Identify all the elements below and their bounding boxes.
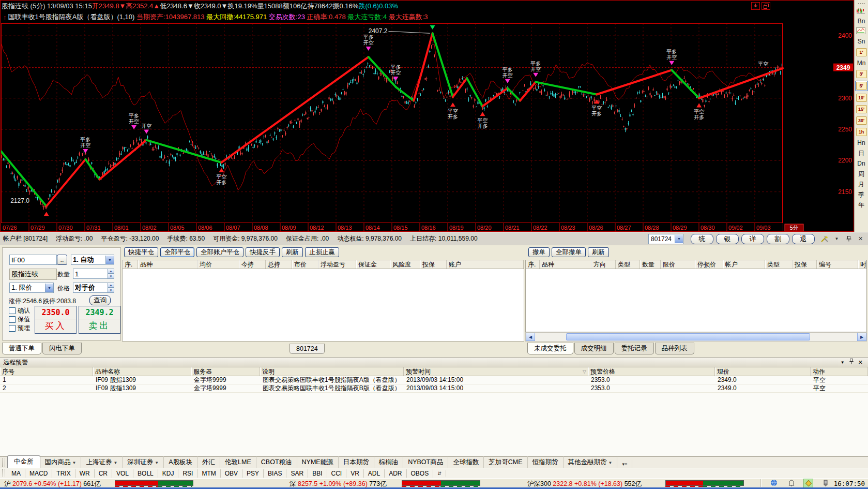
indicator-tab-SAR[interactable]: SAR [286,469,308,478]
indicator-tab-BBI[interactable]: BBI [308,469,327,478]
column-header[interactable]: 预警时间▽ [404,367,588,376]
strategy-running-icon[interactable] [803,479,813,488]
chevron-down-icon[interactable]: ▼ [832,235,841,243]
minimize-icon[interactable] [751,2,760,10]
period-button-3[interactable]: 3' [856,70,867,78]
indicator-tab-MTM[interactable]: MTM [197,469,220,478]
column-header[interactable]: 序号 [0,367,93,376]
column-header[interactable]: 投保 [793,260,817,269]
column-header[interactable]: 保证金 [356,260,390,269]
tab-闪电下单[interactable]: 闪电下单 [42,343,82,354]
alert-row[interactable]: 2IF09 股指1309金字塔9999图表交易策略国联丰收1号股指隔夜B版（看盘… [0,384,868,393]
indicator-overflow-icon[interactable]: ⇵ [433,470,446,477]
column-header[interactable]: 帐户 [723,260,765,269]
toolbar-label-4[interactable]: Sn [858,36,865,47]
period-button-1h[interactable]: 1h [856,128,867,136]
checkbox-预埋[interactable]: 预埋 [9,324,30,332]
scroll-left-icon[interactable]: ◀ [526,333,535,341]
tab-未成交委托[interactable]: 未成交委托 [527,343,573,354]
market-tab-14[interactable]: 恒指期货 [528,456,564,468]
indicator-tab-CCI[interactable]: CCI [327,469,347,478]
price-stepper[interactable]: ▲▼ [108,283,114,293]
account-select[interactable]: 801724 ▼ [648,234,683,244]
account-button-退[interactable]: 退 [792,234,815,244]
indicator-tab-OBV[interactable]: OBV [221,469,242,478]
column-header[interactable]: 品种 [138,260,197,269]
pin-icon[interactable] [849,359,854,366]
column-header[interactable]: 预警价格 [588,367,715,376]
toolbar-label-16[interactable]: 周 [858,169,864,179]
orders-button-0[interactable]: 撤单 [528,247,550,257]
indicator-tab-OBOS[interactable]: OBOS [407,469,434,478]
chevron-down-icon[interactable]: ▼ [675,235,683,243]
account-button-割[interactable]: 割 [767,234,789,244]
period-button-15[interactable]: 15' [856,105,867,113]
market-tab-9[interactable]: 日本期货 [339,456,374,468]
market-tab-11[interactable]: NYBOT商品 [403,456,448,468]
network-icon[interactable] [769,479,778,487]
orders-hscrollbar[interactable]: ◀ ▶ [525,332,867,342]
market-tab-0[interactable]: 中金所 [7,455,40,468]
toolbar-label-17[interactable]: 月 [858,179,864,189]
chevron-down-icon[interactable]: ▼ [841,360,845,365]
buy-button[interactable]: 2350.0 买入 [35,306,77,334]
period-button-10[interactable]: 10' [856,94,867,102]
price-input[interactable] [73,283,108,293]
positions-button-1[interactable]: 全部平仓 [160,247,194,257]
market-tab-1[interactable]: 国内商品▼ [40,456,82,468]
column-header[interactable]: 账户 [447,260,524,269]
column-header[interactable]: 说明 [260,367,404,376]
account-button-银[interactable]: 银 [716,234,739,244]
column-header[interactable]: 序. [123,260,138,269]
positions-button-3[interactable]: 快捷反手 [246,247,280,257]
market-tab-15[interactable]: 其他金融期货▼ [564,456,618,468]
column-header[interactable]: 动作 [811,367,868,376]
toolbar-label-18[interactable]: 季 [858,189,864,200]
column-header[interactable]: 停损价 [695,260,723,269]
orders-button-1[interactable]: 全部撤单 [552,247,586,257]
toolbar-label-19[interactable]: 年 [858,200,864,210]
period-button-30[interactable]: 30' [856,116,867,125]
toolbar-label-15[interactable]: Dn [857,158,865,169]
column-header[interactable]: 浮动盈亏 [318,260,356,269]
sell-button[interactable]: 2349.2 卖出 [79,306,120,334]
column-header[interactable]: 总持 [266,260,292,269]
period-button-1[interactable]: 1' [856,48,867,56]
column-header[interactable]: 序. [526,260,540,269]
account-button-统[interactable]: 统 [691,234,713,244]
market-tab-2[interactable]: 上海证券▼ [81,456,123,468]
checkbox-box[interactable] [9,325,16,332]
column-header[interactable]: 均价 [197,260,239,269]
symbol-browse-button[interactable]: .. [57,255,67,265]
column-header[interactable]: 限价 [661,260,695,269]
market-tab-12[interactable]: 全球指数 [448,456,484,468]
column-header[interactable]: 服务器 [191,367,260,376]
column-header[interactable]: 品种名称 [93,367,191,376]
quantity-stepper[interactable]: ▲▼ [108,269,114,279]
positions-button-0[interactable]: 快捷平仓 [124,247,158,257]
column-header[interactable]: 今持 [239,260,266,269]
tools-icon[interactable] [820,235,829,243]
indicator-tab-TRIX[interactable]: TRIX [52,469,75,478]
market-tab-13[interactable]: 芝加哥CME [484,456,527,468]
scrollbar-thumb[interactable] [566,333,810,340]
column-header[interactable]: 投保 [420,260,447,269]
tab-委托记录[interactable]: 委托记录 [615,343,654,354]
column-header[interactable]: 方向 [591,260,616,269]
query-button[interactable]: 查询 [89,295,111,305]
market-tab-10[interactable]: 棕榈油 [374,456,404,468]
column-header[interactable]: 类型 [616,260,640,269]
indicator-tab-ADR[interactable]: ADR [385,469,406,478]
positions-button-5[interactable]: 止损止赢 [305,247,339,257]
column-header[interactable]: 时间 [858,260,866,269]
connection-icon[interactable] [821,479,830,487]
alarm-bell-icon[interactable] [787,479,796,487]
price-chart[interactable]: 平多开空平多开空开空平空开多平多开空平多开空平空开多平空开多平多开空平多开空平空… [1,23,853,231]
market-tab-5[interactable]: 外汇 [197,456,220,468]
toolbar-label-6[interactable]: Mn [857,58,866,68]
column-header[interactable]: 现价 [715,367,811,376]
market-tab-7[interactable]: CBOT粮油 [256,456,297,468]
alert-row[interactable]: 1IF09 股指1309金字塔9999图表交易策略国联丰收1号股指隔夜A版（看盘… [0,376,868,384]
positions-button-4[interactable]: 刷新 [282,247,303,257]
indicator-tab-VOL[interactable]: VOL [112,469,133,478]
